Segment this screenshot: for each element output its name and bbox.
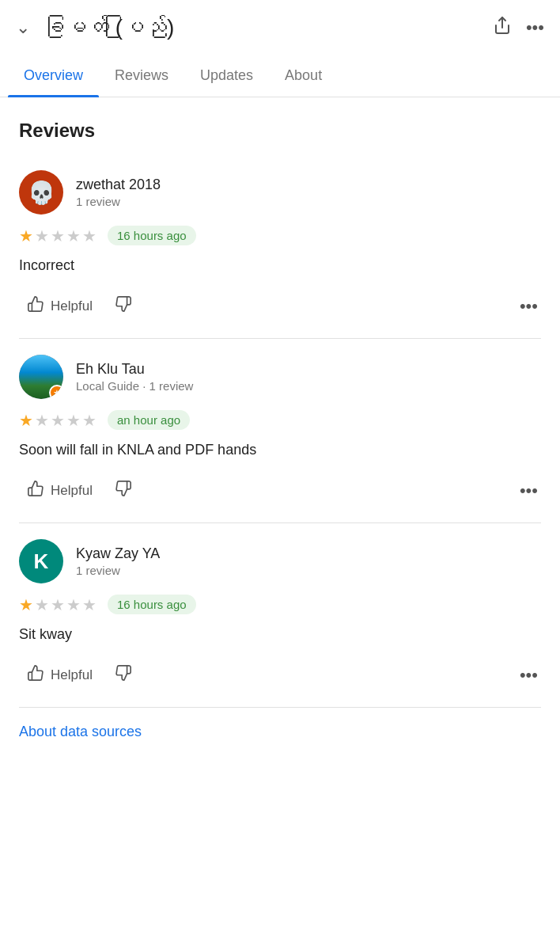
review-card-2: ★ Eh Klu Tau Local Guide · 1 review ★ ★ … <box>0 339 560 522</box>
avatar-1: 💀 <box>19 170 63 215</box>
unhelpful-button-2[interactable] <box>107 475 140 507</box>
thumb-up-icon-2 <box>27 480 44 502</box>
local-guide-badge: ★ <box>49 385 63 399</box>
tab-updates[interactable]: Updates <box>184 55 269 97</box>
thumb-up-icon-1 <box>27 295 44 317</box>
star-3-4: ★ <box>66 595 81 614</box>
reviewer-info-1: zwethat 2018 1 review <box>76 177 161 208</box>
stars-1: ★ ★ ★ ★ ★ <box>19 226 96 245</box>
star-1-1: ★ <box>19 226 33 245</box>
reviewer-meta-3: 1 review <box>76 564 160 577</box>
helpful-label-2: Helpful <box>51 483 93 499</box>
unhelpful-button-1[interactable] <box>107 291 140 322</box>
thumb-down-icon-3 <box>115 664 132 686</box>
review-text-2: Soon will fall in KNLA and PDF hands <box>19 439 541 461</box>
top-bar-right: ••• <box>493 16 544 40</box>
avatar-3: K <box>19 539 63 583</box>
reviewer-info-3: Kyaw Zay YA 1 review <box>76 545 160 577</box>
tab-bar: Overview Reviews Updates About <box>0 55 560 97</box>
reviewer-name-2: Eh Klu Tau <box>76 361 193 378</box>
star-3-2: ★ <box>35 595 49 614</box>
star-3-3: ★ <box>51 595 65 614</box>
back-button[interactable]: ⌄ <box>16 17 30 38</box>
time-badge-3: 16 hours ago <box>108 595 196 614</box>
time-badge-2: an hour ago <box>108 410 190 430</box>
tab-overview[interactable]: Overview <box>8 55 99 97</box>
more-button-1[interactable]: ••• <box>516 291 541 321</box>
thumb-down-icon-2 <box>115 480 132 502</box>
star-1-5: ★ <box>82 226 96 245</box>
reviewer-row-3: K Kyaw Zay YA 1 review <box>19 539 541 583</box>
rating-row-2: ★ ★ ★ ★ ★ an hour ago <box>19 410 541 430</box>
star-2-2: ★ <box>35 411 49 430</box>
top-bar-left: ⌄ ခမြတ် (ပြည်) <box>16 14 174 40</box>
share-icon[interactable] <box>493 16 512 40</box>
top-bar: ⌄ ခမြတ် (ပြည်) ••• <box>0 0 560 55</box>
actions-row-1: Helpful ••• <box>19 291 541 322</box>
reviewer-row-1: 💀 zwethat 2018 1 review <box>19 170 541 215</box>
star-2-1: ★ <box>19 411 33 430</box>
rating-row-1: ★ ★ ★ ★ ★ 16 hours ago <box>19 226 541 245</box>
reviewer-row-2: ★ Eh Klu Tau Local Guide · 1 review <box>19 355 541 399</box>
time-badge-1: 16 hours ago <box>108 226 196 245</box>
review-card-3: K Kyaw Zay YA 1 review ★ ★ ★ ★ ★ 16 hour… <box>0 523 560 707</box>
helpful-button-2[interactable]: Helpful <box>19 475 100 507</box>
helpful-button-1[interactable]: Helpful <box>19 291 100 322</box>
star-1-2: ★ <box>35 226 49 245</box>
helpful-button-3[interactable]: Helpful <box>19 659 100 691</box>
star-2-5: ★ <box>82 411 96 430</box>
more-button-3[interactable]: ••• <box>516 660 541 690</box>
rating-row-3: ★ ★ ★ ★ ★ 16 hours ago <box>19 595 541 614</box>
about-data-sources-link[interactable]: About data sources <box>0 708 560 756</box>
star-2-3: ★ <box>51 411 65 430</box>
review-text-1: Incorrect <box>19 255 541 276</box>
reviewer-name-3: Kyaw Zay YA <box>76 545 160 562</box>
reviewer-name-1: zwethat 2018 <box>76 177 161 193</box>
star-2-4: ★ <box>66 411 81 430</box>
review-text-3: Sit kway <box>19 624 541 645</box>
thumb-down-icon-1 <box>115 295 132 317</box>
star-1-3: ★ <box>51 226 65 245</box>
unhelpful-button-3[interactable] <box>107 659 140 691</box>
tab-about[interactable]: About <box>269 55 338 97</box>
more-button-2[interactable]: ••• <box>516 476 541 506</box>
star-3-1: ★ <box>19 595 33 614</box>
star-1-4: ★ <box>66 226 81 245</box>
stars-2: ★ ★ ★ ★ ★ <box>19 411 96 430</box>
more-options-icon[interactable]: ••• <box>526 17 544 38</box>
actions-row-2: Helpful ••• <box>19 475 541 507</box>
avatar-2: ★ <box>19 355 63 399</box>
star-3-5: ★ <box>82 595 96 614</box>
place-title: ခမြတ် (ပြည်) <box>43 14 174 40</box>
reviewer-meta-1: 1 review <box>76 195 161 208</box>
reviewer-info-2: Eh Klu Tau Local Guide · 1 review <box>76 361 193 393</box>
tab-reviews[interactable]: Reviews <box>99 55 184 97</box>
reviews-section: Reviews 💀 zwethat 2018 1 review ★ ★ ★ ★ … <box>0 97 560 708</box>
helpful-label-1: Helpful <box>51 298 93 314</box>
avatar-initial-3: K <box>34 549 49 574</box>
helpful-label-3: Helpful <box>51 667 93 683</box>
review-card-1: 💀 zwethat 2018 1 review ★ ★ ★ ★ ★ 16 hou… <box>0 154 560 338</box>
actions-row-3: Helpful ••• <box>19 659 541 691</box>
stars-3: ★ ★ ★ ★ ★ <box>19 595 96 614</box>
thumb-up-icon-3 <box>27 664 44 686</box>
reviewer-meta-2: Local Guide · 1 review <box>76 379 193 393</box>
reviews-section-title: Reviews <box>0 97 560 154</box>
